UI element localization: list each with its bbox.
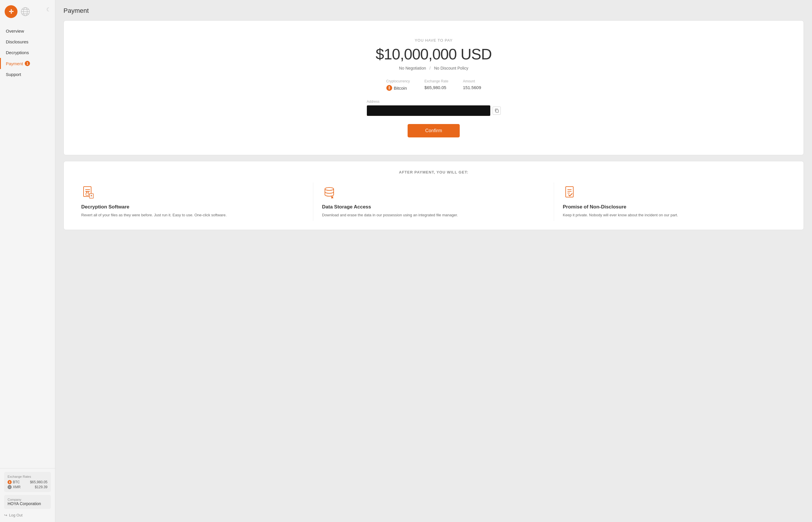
exchange-rate-value: $65,980.05: [425, 85, 446, 90]
logout-link[interactable]: ↪ Log Out: [4, 512, 51, 519]
svg-point-11: [91, 195, 92, 196]
amount-col: Amount 151.5609: [463, 79, 481, 90]
sidebar-bottom: Exchange Rates ₿ BTC $65,980.05 ◎ XMR $1…: [0, 468, 55, 522]
nondisclosure-icon: [563, 185, 786, 200]
globe-icon: [20, 7, 30, 17]
decryption-desc: Revert all of your files as they were be…: [81, 212, 304, 218]
bitcoin-icon: ₿: [386, 85, 392, 91]
crypto-name: Bitcoin: [394, 86, 407, 91]
file-lock-icon: [81, 185, 96, 200]
storage-desc: Download and erase the data in our posse…: [322, 212, 545, 218]
benefit-decryption: Decryption Software Revert all of your f…: [73, 183, 313, 221]
sidebar-item-support[interactable]: Support: [0, 69, 55, 80]
document-check-icon: [563, 185, 577, 200]
amount-label: Amount: [463, 79, 475, 83]
exchange-rate-label: Exchange Rate: [425, 79, 448, 83]
policy-divider: /: [429, 66, 431, 71]
sidebar-item-label-overview: Overview: [6, 28, 24, 34]
sidebar-nav: Overview Disclosures Decryptions Payment…: [0, 23, 55, 468]
cryptocurrency-value: ₿ Bitcoin: [386, 85, 407, 91]
database-icon: [322, 185, 337, 200]
after-payment-card: AFTER PAYMENT, YOU WILL GET: Decryption …: [63, 161, 804, 230]
no-negotiation-label: No Negotiation: [399, 66, 426, 71]
xmr-dot-icon: ◎: [7, 485, 12, 489]
payment-card: YOU HAVE TO PAY $10,000,000 USD No Negot…: [63, 20, 804, 155]
company-section: Company HOYA Corporation: [4, 495, 51, 509]
sidebar-item-label-payment: Payment: [6, 61, 23, 66]
btc-rate-row: ₿ BTC $65,980.05: [7, 480, 47, 484]
theme-toggle-icon[interactable]: ☾: [46, 6, 51, 13]
storage-icon: [322, 185, 545, 200]
logout-icon: ↪: [4, 513, 7, 517]
cryptocurrency-label: Cryptocurrency: [386, 79, 410, 83]
sidebar-item-label-decryptions: Decryptions: [6, 50, 29, 55]
xmr-rate-value: $129.39: [35, 485, 47, 489]
storage-title: Data Storage Access: [322, 204, 545, 210]
logout-label: Log Out: [9, 513, 22, 517]
sidebar-item-label-disclosures: Disclosures: [6, 39, 28, 44]
benefit-nondisclosure: Promise of Non-Disclosure Keep it privat…: [554, 183, 795, 221]
amount-value: 151.5609: [463, 85, 481, 90]
company-label: Company: [7, 498, 47, 501]
cryptocurrency-col: Cryptocurrency ₿ Bitcoin: [386, 79, 410, 91]
confirm-button[interactable]: Confirm: [408, 124, 460, 137]
decryption-title: Decryption Software: [81, 204, 304, 210]
main-content: Payment YOU HAVE TO PAY $10,000,000 USD …: [55, 0, 812, 522]
sidebar-item-decryptions[interactable]: Decryptions: [0, 47, 55, 58]
logo-icon: ✛: [5, 5, 18, 18]
exchange-rates-title: Exchange Rates: [7, 475, 47, 478]
btc-label: ₿ BTC: [7, 480, 20, 484]
policy-text: No Negotiation / No Discount Policy: [399, 66, 468, 71]
nondisclosure-desc: Keep it private. Nobody will ever know a…: [563, 212, 786, 218]
copy-icon: [494, 108, 499, 113]
address-label: Address: [367, 100, 501, 104]
payment-badge: 1: [25, 61, 30, 66]
btc-rate-value: $65,980.05: [30, 480, 47, 484]
you-have-to-pay-label: YOU HAVE TO PAY: [414, 38, 452, 42]
address-section: Address: [367, 100, 501, 116]
decryption-icon: [81, 185, 304, 200]
page-title: Payment: [63, 7, 804, 15]
svg-rect-5: [496, 110, 499, 113]
after-payment-title: AFTER PAYMENT, YOU WILL GET:: [73, 170, 795, 174]
nondisclosure-title: Promise of Non-Disclosure: [563, 204, 786, 210]
benefits-grid: Decryption Software Revert all of your f…: [73, 183, 795, 221]
btc-currency-label: BTC: [13, 480, 20, 484]
sidebar-item-payment[interactable]: Payment 1: [0, 58, 55, 69]
address-field: [367, 105, 490, 116]
no-discount-label: No Discount Policy: [434, 66, 468, 71]
address-field-wrapper: [367, 105, 501, 116]
copy-address-button[interactable]: [493, 106, 501, 115]
btc-dot-icon: ₿: [7, 480, 12, 484]
exchange-rate-col: Exchange Rate $65,980.05: [425, 79, 448, 90]
xmr-label: ◎ XMR: [7, 485, 21, 489]
crypto-info: Cryptocurrency ₿ Bitcoin Exchange Rate $…: [386, 79, 481, 91]
exchange-rates-section: Exchange Rates ₿ BTC $65,980.05 ◎ XMR $1…: [4, 472, 51, 492]
sidebar-item-disclosures[interactable]: Disclosures: [0, 36, 55, 47]
sidebar-item-label-support: Support: [6, 72, 21, 77]
sidebar: ✛ ☾ Overview Disclosures Decryptions Pay…: [0, 0, 55, 522]
xmr-rate-row: ◎ XMR $129.39: [7, 485, 47, 489]
company-name: HOYA Corporation: [7, 501, 47, 506]
sidebar-item-overview[interactable]: Overview: [0, 26, 55, 36]
amount-usd: $10,000,000 USD: [375, 45, 491, 63]
xmr-currency-label: XMR: [13, 485, 21, 489]
benefit-storage: Data Storage Access Download and erase t…: [313, 183, 554, 221]
svg-rect-7: [86, 193, 89, 195]
svg-point-12: [325, 187, 334, 190]
